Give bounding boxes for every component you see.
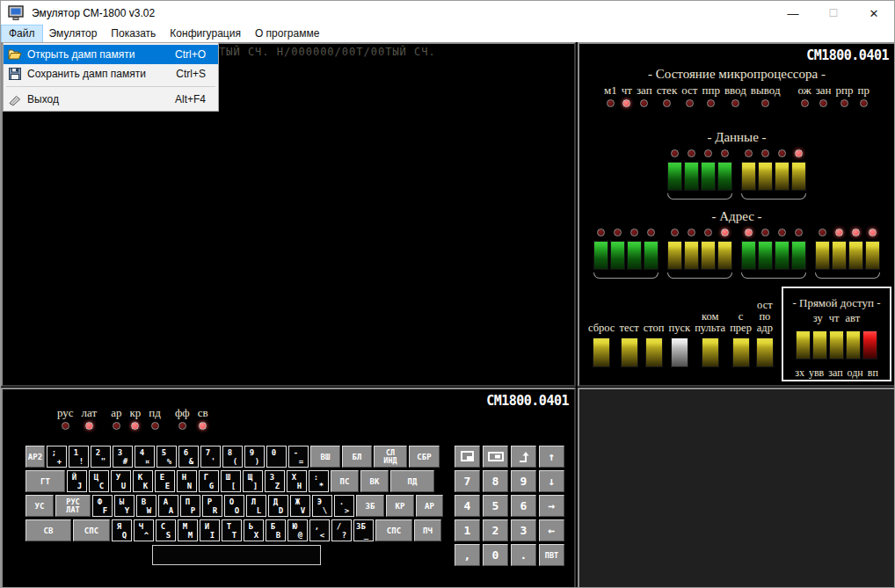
keyboard-key[interactable]: ПЧ: [414, 519, 441, 541]
keyboard-key[interactable]: МM: [178, 519, 198, 541]
numpad-key[interactable]: 7: [455, 470, 480, 492]
toggle-switch[interactable]: [791, 162, 806, 191]
keyboard-key[interactable]: БB: [266, 519, 286, 541]
toggle-switch[interactable]: [610, 241, 625, 270]
keyboard-key[interactable]: СБР: [409, 446, 440, 468]
keyboard-key[interactable]: ВШ: [310, 446, 340, 468]
menubar-item[interactable]: Эмулятор: [42, 25, 105, 42]
keyboard-key[interactable]: ЛL: [246, 495, 266, 517]
keyboard-key[interactable]: КР: [386, 495, 414, 517]
minimize-button[interactable]: —: [773, 1, 813, 25]
keyboard-key[interactable]: /?: [331, 519, 352, 541]
keyboard-key[interactable]: РR: [202, 495, 222, 517]
toggle-switch[interactable]: [593, 241, 608, 270]
keyboard-key[interactable]: БЛ: [342, 446, 372, 468]
keyboard-key[interactable]: СS: [156, 519, 176, 541]
numpad-key[interactable]: 3: [511, 519, 536, 541]
keyboard-key[interactable]: УС: [25, 495, 54, 517]
toggle-switch[interactable]: [865, 241, 880, 270]
keyboard-key[interactable]: ВК: [360, 470, 389, 492]
keyboard-key[interactable]: ;+: [47, 446, 67, 468]
console-switch[interactable]: [702, 338, 719, 367]
close-button[interactable]: ✕: [854, 1, 894, 25]
keyboard-key[interactable]: Ш[: [221, 470, 241, 492]
keyboard-key[interactable]: ПP: [180, 495, 200, 517]
dma-switch[interactable]: [812, 330, 827, 359]
keyboard-key[interactable]: ФF: [92, 495, 113, 517]
toggle-switch[interactable]: [717, 241, 732, 270]
keyboard-key[interactable]: АР: [416, 495, 443, 517]
keyboard-key[interactable]: РУСЛАТ: [55, 495, 91, 517]
toggle-switch[interactable]: [791, 241, 806, 270]
repeat-key[interactable]: ПВТ: [539, 544, 564, 566]
console-switch[interactable]: [671, 338, 688, 367]
toggle-switch[interactable]: [717, 162, 732, 191]
keyboard-key[interactable]: ИI: [200, 519, 220, 541]
console-switch[interactable]: [621, 338, 638, 367]
keyboard-key[interactable]: Ю@: [287, 519, 308, 541]
numpad-key[interactable]: 4: [455, 495, 480, 517]
keyboard-key[interactable]: КK: [133, 470, 153, 492]
menubar-item[interactable]: Показать: [104, 25, 163, 42]
numpad-key[interactable]: 6: [511, 495, 536, 517]
toggle-switch[interactable]: [758, 162, 773, 191]
keyboard-key[interactable]: .>: [334, 495, 354, 517]
dma-switch[interactable]: [829, 330, 844, 359]
console-switch[interactable]: [732, 338, 750, 367]
space-key[interactable]: [152, 545, 321, 565]
keyboard-key[interactable]: 3#: [113, 446, 133, 468]
keyboard-key[interactable]: 9): [244, 446, 265, 468]
keyboard-key[interactable]: ОO: [224, 495, 244, 517]
keyboard-key[interactable]: ,<: [309, 519, 330, 541]
right-arrow-key[interactable]: →: [539, 495, 564, 517]
console-switch[interactable]: [593, 338, 610, 367]
insert-frame-key[interactable]: [483, 446, 508, 468]
console-switch[interactable]: [756, 338, 774, 367]
keyboard-key[interactable]: ВW: [136, 495, 156, 517]
keyboard-key[interactable]: Щ]: [243, 470, 263, 492]
keyboard-key[interactable]: ЗБ_: [353, 519, 374, 541]
numpad-key[interactable]: 9: [511, 470, 536, 492]
keyboard-key[interactable]: 4¤: [135, 446, 155, 468]
keyboard-key[interactable]: ЗБ: [356, 495, 384, 517]
numpad-key[interactable]: 8: [483, 470, 508, 492]
keyboard-key[interactable]: 2": [91, 446, 111, 468]
keyboard-key[interactable]: ПС: [331, 470, 359, 492]
keyboard-key[interactable]: ЬX: [244, 519, 264, 541]
keyboard-key[interactable]: 0: [266, 446, 287, 468]
dma-switch[interactable]: [862, 330, 877, 359]
maximize-button[interactable]: ☐: [813, 1, 854, 25]
toggle-switch[interactable]: [775, 241, 789, 270]
keyboard-key[interactable]: ПД: [390, 470, 434, 492]
keyboard-key[interactable]: ДD: [268, 495, 288, 517]
numpad-key[interactable]: 0: [483, 544, 508, 566]
keyboard-key[interactable]: Ч^: [134, 519, 154, 541]
keyboard-key[interactable]: 8(: [222, 446, 243, 468]
toggle-switch[interactable]: [815, 241, 830, 270]
keyboard-key[interactable]: ЖV: [290, 495, 310, 517]
split-screen-key[interactable]: [455, 446, 480, 468]
dma-switch[interactable]: [846, 330, 861, 359]
toggle-switch[interactable]: [667, 241, 682, 270]
console-switch[interactable]: [645, 338, 663, 367]
keyboard-key[interactable]: :*: [309, 470, 329, 492]
file-menu-item[interactable]: Открыть дамп памятиCtrl+O: [4, 45, 218, 64]
toggle-switch[interactable]: [775, 162, 789, 191]
keyboard-key[interactable]: ЫY: [114, 495, 135, 517]
keyboard-key[interactable]: ГG: [199, 470, 219, 492]
keyboard-key[interactable]: 1!: [69, 446, 89, 468]
keyboard-key[interactable]: Э\: [312, 495, 332, 517]
toggle-switch[interactable]: [848, 241, 863, 270]
keyboard-key[interactable]: ЯQ: [112, 519, 132, 541]
keyboard-key[interactable]: -=: [288, 446, 309, 468]
toggle-switch[interactable]: [832, 241, 847, 270]
keyboard-key[interactable]: 6&: [178, 446, 199, 468]
keyboard-key[interactable]: СВ: [25, 519, 71, 541]
keyboard-key[interactable]: ГТ: [25, 470, 65, 492]
keyboard-key[interactable]: ТT: [222, 519, 242, 541]
toggle-switch[interactable]: [667, 162, 682, 191]
toggle-switch[interactable]: [741, 241, 756, 270]
file-menu-item[interactable]: ВыходAlt+F4: [4, 90, 218, 109]
keyboard-key[interactable]: ЕE: [155, 470, 175, 492]
toggle-switch[interactable]: [701, 162, 716, 191]
